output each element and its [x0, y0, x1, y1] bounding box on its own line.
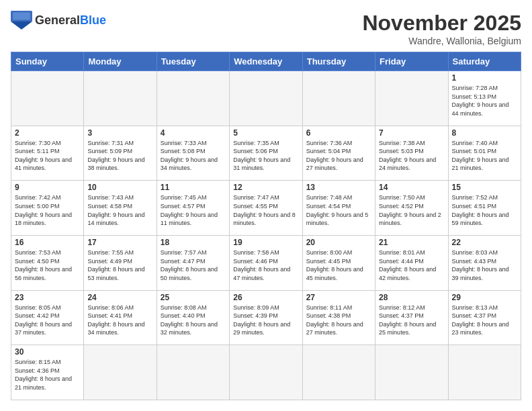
day-info: Sunrise: 7:50 AM Sunset: 4:52 PM Dayligh… — [379, 193, 444, 227]
calendar-day — [302, 71, 375, 126]
calendar-day: 14Sunrise: 7:50 AM Sunset: 4:52 PM Dayli… — [375, 181, 448, 236]
col-tuesday: Tuesday — [157, 52, 229, 71]
day-info: Sunrise: 7:36 AM Sunset: 5:04 PM Dayligh… — [306, 139, 371, 173]
day-info: Sunrise: 8:09 AM Sunset: 4:39 PM Dayligh… — [233, 304, 298, 337]
day-number: 5 — [233, 128, 298, 138]
calendar-week-5: 30Sunrise: 8:15 AM Sunset: 4:36 PM Dayli… — [11, 345, 521, 400]
calendar-day — [375, 345, 448, 400]
logo-text: GeneralBlue — [35, 13, 106, 28]
calendar-day: 3Sunrise: 7:31 AM Sunset: 5:09 PM Daylig… — [84, 126, 157, 181]
day-number: 2 — [15, 128, 80, 138]
day-number: 27 — [306, 293, 371, 302]
calendar-week-3: 16Sunrise: 7:53 AM Sunset: 4:50 PM Dayli… — [11, 235, 521, 290]
day-info: Sunrise: 8:08 AM Sunset: 4:40 PM Dayligh… — [161, 304, 226, 337]
day-info: Sunrise: 7:42 AM Sunset: 5:00 PM Dayligh… — [15, 193, 80, 227]
day-number: 30 — [15, 347, 80, 357]
calendar-day — [302, 345, 375, 400]
calendar-day — [230, 345, 302, 400]
calendar-day: 13Sunrise: 7:48 AM Sunset: 4:54 PM Dayli… — [302, 181, 375, 236]
day-info: Sunrise: 8:05 AM Sunset: 4:42 PM Dayligh… — [15, 304, 80, 337]
calendar-day: 16Sunrise: 7:53 AM Sunset: 4:50 PM Dayli… — [11, 235, 84, 290]
calendar-day: 8Sunrise: 7:40 AM Sunset: 5:01 PM Daylig… — [448, 126, 521, 181]
day-info: Sunrise: 7:31 AM Sunset: 5:09 PM Dayligh… — [87, 139, 152, 173]
col-friday: Friday — [375, 52, 448, 71]
calendar-day: 28Sunrise: 8:12 AM Sunset: 4:37 PM Dayli… — [375, 290, 448, 345]
day-number: 11 — [161, 183, 226, 192]
day-info: Sunrise: 7:58 AM Sunset: 4:46 PM Dayligh… — [233, 248, 298, 282]
calendar-day — [84, 71, 157, 126]
calendar-day: 25Sunrise: 8:08 AM Sunset: 4:40 PM Dayli… — [157, 290, 229, 345]
day-number: 9 — [15, 183, 80, 192]
day-info: Sunrise: 7:35 AM Sunset: 5:06 PM Dayligh… — [233, 139, 298, 173]
day-info: Sunrise: 7:47 AM Sunset: 4:55 PM Dayligh… — [233, 193, 298, 227]
day-number: 21 — [379, 238, 444, 247]
day-number: 18 — [161, 238, 226, 247]
day-info: Sunrise: 8:06 AM Sunset: 4:41 PM Dayligh… — [87, 304, 152, 337]
col-monday: Monday — [84, 52, 157, 71]
day-number: 12 — [233, 183, 298, 192]
day-number: 20 — [306, 238, 371, 247]
day-info: Sunrise: 8:03 AM Sunset: 4:43 PM Dayligh… — [452, 248, 517, 282]
day-number: 26 — [233, 293, 298, 302]
calendar-week-0: 1Sunrise: 7:28 AM Sunset: 5:13 PM Daylig… — [11, 71, 521, 126]
day-number: 25 — [161, 293, 226, 302]
calendar-week-4: 23Sunrise: 8:05 AM Sunset: 4:42 PM Dayli… — [11, 290, 521, 345]
day-info: Sunrise: 7:43 AM Sunset: 4:58 PM Dayligh… — [87, 193, 152, 227]
logo-icon — [11, 11, 32, 30]
title-block: November 2025 Wandre, Wallonia, Belgium — [362, 11, 521, 46]
day-info: Sunrise: 7:52 AM Sunset: 4:51 PM Dayligh… — [452, 193, 517, 227]
calendar-day: 19Sunrise: 7:58 AM Sunset: 4:46 PM Dayli… — [230, 235, 302, 290]
page: GeneralBlue November 2025 Wandre, Wallon… — [0, 0, 532, 411]
day-number: 13 — [306, 183, 371, 192]
col-thursday: Thursday — [302, 52, 375, 71]
calendar-week-1: 2Sunrise: 7:30 AM Sunset: 5:11 PM Daylig… — [11, 126, 521, 181]
month-title: November 2025 — [362, 11, 521, 36]
calendar-day: 2Sunrise: 7:30 AM Sunset: 5:11 PM Daylig… — [11, 126, 84, 181]
location-subtitle: Wandre, Wallonia, Belgium — [362, 36, 521, 46]
col-saturday: Saturday — [448, 52, 521, 71]
calendar-day — [157, 345, 229, 400]
calendar-day: 22Sunrise: 8:03 AM Sunset: 4:43 PM Dayli… — [448, 235, 521, 290]
day-info: Sunrise: 7:53 AM Sunset: 4:50 PM Dayligh… — [15, 248, 80, 282]
day-number: 23 — [15, 293, 80, 302]
calendar-day: 5Sunrise: 7:35 AM Sunset: 5:06 PM Daylig… — [230, 126, 302, 181]
calendar-week-2: 9Sunrise: 7:42 AM Sunset: 5:00 PM Daylig… — [11, 181, 521, 236]
day-number: 17 — [87, 238, 152, 247]
day-info: Sunrise: 8:11 AM Sunset: 4:38 PM Dayligh… — [306, 304, 371, 337]
calendar-day: 15Sunrise: 7:52 AM Sunset: 4:51 PM Dayli… — [448, 181, 521, 236]
header: GeneralBlue November 2025 Wandre, Wallon… — [11, 11, 521, 46]
calendar-day — [448, 345, 521, 400]
day-info: Sunrise: 7:40 AM Sunset: 5:01 PM Dayligh… — [452, 139, 517, 173]
day-number: 29 — [452, 293, 517, 302]
calendar-day: 1Sunrise: 7:28 AM Sunset: 5:13 PM Daylig… — [448, 71, 521, 126]
day-info: Sunrise: 7:57 AM Sunset: 4:47 PM Dayligh… — [161, 248, 226, 282]
calendar-day: 23Sunrise: 8:05 AM Sunset: 4:42 PM Dayli… — [11, 290, 84, 345]
day-number: 15 — [452, 183, 517, 192]
day-number: 8 — [452, 128, 517, 138]
calendar-day: 26Sunrise: 8:09 AM Sunset: 4:39 PM Dayli… — [230, 290, 302, 345]
calendar-day: 6Sunrise: 7:36 AM Sunset: 5:04 PM Daylig… — [302, 126, 375, 181]
calendar-day: 27Sunrise: 8:11 AM Sunset: 4:38 PM Dayli… — [302, 290, 375, 345]
col-wednesday: Wednesday — [230, 52, 302, 71]
day-number: 14 — [379, 183, 444, 192]
day-info: Sunrise: 8:15 AM Sunset: 4:36 PM Dayligh… — [15, 358, 80, 392]
day-info: Sunrise: 8:00 AM Sunset: 4:45 PM Dayligh… — [306, 248, 371, 282]
day-number: 22 — [452, 238, 517, 247]
day-info: Sunrise: 7:28 AM Sunset: 5:13 PM Dayligh… — [452, 84, 517, 118]
calendar-day: 12Sunrise: 7:47 AM Sunset: 4:55 PM Dayli… — [230, 181, 302, 236]
calendar-table: Sunday Monday Tuesday Wednesday Thursday… — [11, 52, 521, 400]
day-info: Sunrise: 7:30 AM Sunset: 5:11 PM Dayligh… — [15, 139, 80, 173]
day-number: 19 — [233, 238, 298, 247]
calendar-day: 11Sunrise: 7:45 AM Sunset: 4:57 PM Dayli… — [157, 181, 229, 236]
logo: GeneralBlue — [11, 11, 106, 30]
calendar-day: 30Sunrise: 8:15 AM Sunset: 4:36 PM Dayli… — [11, 345, 84, 400]
calendar-day: 18Sunrise: 7:57 AM Sunset: 4:47 PM Dayli… — [157, 235, 229, 290]
day-number: 6 — [306, 128, 371, 138]
col-sunday: Sunday — [11, 52, 84, 71]
calendar-day: 10Sunrise: 7:43 AM Sunset: 4:58 PM Dayli… — [84, 181, 157, 236]
calendar-day: 9Sunrise: 7:42 AM Sunset: 5:00 PM Daylig… — [11, 181, 84, 236]
day-info: Sunrise: 7:33 AM Sunset: 5:08 PM Dayligh… — [161, 139, 226, 173]
day-info: Sunrise: 7:45 AM Sunset: 4:57 PM Dayligh… — [161, 193, 226, 227]
svg-marker-1 — [11, 21, 32, 30]
svg-rect-2 — [13, 12, 30, 19]
